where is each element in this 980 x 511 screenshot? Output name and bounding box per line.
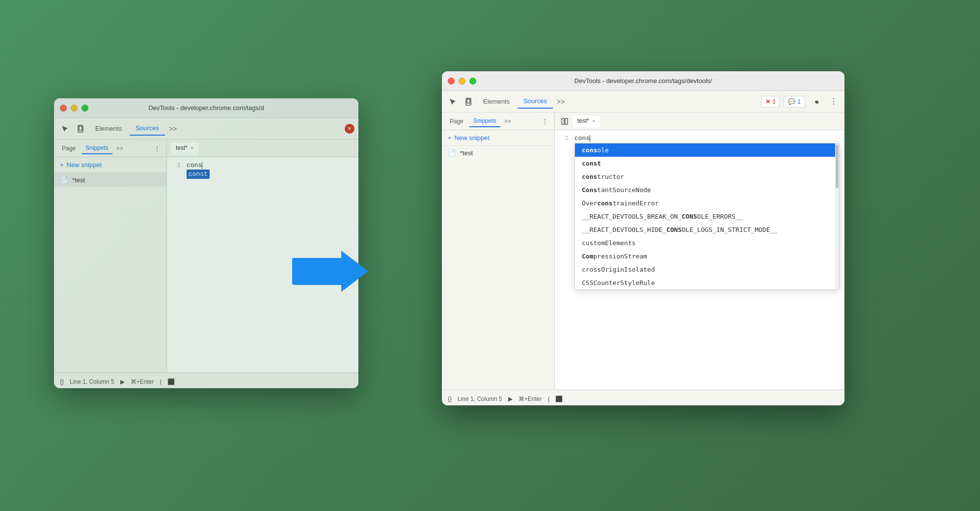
cursor-icon-back[interactable] bbox=[58, 122, 72, 136]
file-tab-test-front[interactable]: test* × bbox=[572, 115, 600, 127]
maximize-button-front[interactable] bbox=[469, 78, 476, 85]
traffic-lights-back bbox=[60, 105, 88, 112]
more-panel-tabs-front[interactable]: >> bbox=[502, 117, 513, 126]
line-number-1-back: 1 bbox=[167, 162, 187, 169]
autocomplete-item-csscounterstyle[interactable]: CSSCounterStyleRule bbox=[575, 276, 839, 289]
settings-icon-front[interactable] bbox=[809, 95, 823, 109]
ac-pre-Over: Over bbox=[582, 199, 597, 207]
page-tab-back[interactable]: Page bbox=[58, 143, 80, 154]
main-area-front: Page Snippets >> ⋮ + New snippet 📄 *test bbox=[442, 113, 844, 390]
ac-rest-trainedError: trainedError bbox=[613, 199, 659, 207]
new-snippet-plus-back: + bbox=[60, 161, 64, 169]
close-button-front[interactable] bbox=[448, 78, 455, 85]
file-tab-close-back[interactable]: × bbox=[191, 145, 193, 151]
toggle-icon-front[interactable] bbox=[559, 115, 571, 127]
arrow bbox=[292, 251, 368, 292]
ac-text-CSSCounterStyleRule: CSSCounterStyleRule bbox=[582, 279, 655, 286]
more-icon-front[interactable]: ⋮ bbox=[827, 95, 841, 109]
title-bar-front: DevTools - developer.chrome.com/tags/dev… bbox=[442, 71, 844, 91]
autocomplete-item-overconstrainederror[interactable]: OverconstrainedError bbox=[575, 197, 839, 210]
shortcut-front: ⌘+Enter bbox=[518, 396, 542, 402]
screenshot-icon-front[interactable]: ⬛ bbox=[555, 396, 563, 402]
file-tab-close-front[interactable]: × bbox=[592, 118, 595, 124]
snippet-item-test-back[interactable]: 📄 *test bbox=[54, 173, 166, 187]
maximize-button-back[interactable] bbox=[82, 105, 88, 112]
snippets-tab-back[interactable]: Snippets bbox=[82, 142, 112, 154]
elements-tab-front[interactable]: Elements bbox=[477, 95, 516, 108]
info-icon-front: 💬 bbox=[788, 98, 795, 105]
autocomplete-item-crossoriginisolated[interactable]: crossOriginIsolated bbox=[575, 263, 839, 276]
close-button-back[interactable] bbox=[60, 105, 67, 112]
info-badge-front[interactable]: 💬 1 bbox=[784, 96, 805, 108]
toolbar-right-front: ✕ 3 💬 1 ⋮ bbox=[761, 95, 841, 109]
new-snippet-btn-front[interactable]: + New snippet bbox=[442, 130, 554, 146]
device-icon-back[interactable] bbox=[74, 122, 87, 136]
editor-content-front[interactable]: 1 cons console const constructor bbox=[555, 130, 844, 390]
page-tab-front[interactable]: Page bbox=[446, 116, 467, 127]
autocomplete-item-react-console-logs[interactable]: __REACT_DEVTOOLS_HIDE_CONSOLE_LOGS_IN_ST… bbox=[575, 223, 839, 236]
snippet-item-test-front[interactable]: 📄 *test bbox=[442, 146, 554, 160]
sources-tab-front[interactable]: Sources bbox=[517, 94, 553, 109]
toolbar-back: Elements Sources >> × bbox=[54, 118, 358, 140]
panel-menu-back[interactable]: ⋮ bbox=[152, 143, 163, 153]
error-dot-back: × bbox=[345, 124, 354, 134]
autocomplete-dropdown[interactable]: console const constructor ConstantSource… bbox=[574, 143, 840, 290]
svg-rect-4 bbox=[562, 118, 564, 124]
line-number-1-front: 1 bbox=[555, 135, 574, 142]
editor-area-front: test* × 1 cons console const bbox=[555, 113, 844, 390]
line-content-back: cons bbox=[187, 162, 202, 169]
ac-rest-OLE_LOGS: OLE_LOGS_IN_STRICT_MODE__ bbox=[682, 226, 778, 233]
ac-rest-OLE_ERRORS: OLE_ERRORS__ bbox=[697, 213, 743, 220]
window-title-back: DevTools - developer.chrome.com/tags/d bbox=[148, 104, 264, 112]
ac-bold-cons: cons bbox=[582, 146, 597, 154]
error-badge-front[interactable]: ✕ 3 bbox=[761, 96, 780, 108]
snippets-tab-front[interactable]: Snippets bbox=[469, 115, 500, 127]
cursor-icon-front[interactable] bbox=[446, 95, 460, 109]
autocomplete-item-react-console-errors[interactable]: __REACT_DEVTOOLS_BREAK_ON_CONSOLE_ERRORS… bbox=[575, 210, 839, 223]
autocomplete-item-customelements[interactable]: customElements bbox=[575, 236, 839, 250]
svg-rect-3 bbox=[467, 99, 470, 103]
snippet-name-back: *test bbox=[72, 176, 85, 184]
sources-tab-back[interactable]: Sources bbox=[130, 121, 165, 136]
more-tabs-front[interactable]: >> bbox=[555, 96, 567, 108]
more-tabs-back[interactable]: >> bbox=[167, 123, 179, 135]
file-tab-name-back: test* bbox=[176, 144, 188, 151]
autocomplete-item-console[interactable]: console bbox=[575, 143, 839, 157]
autocomplete-const-back[interactable]: const bbox=[187, 170, 210, 179]
format-icon-back[interactable]: {} bbox=[60, 378, 64, 385]
position-back: Line 1, Column 5 bbox=[70, 378, 114, 385]
format-icon-front[interactable]: {} bbox=[448, 396, 452, 402]
more-panel-tabs-back[interactable]: >> bbox=[114, 144, 125, 153]
editor-line-1-back: 1 cons bbox=[167, 161, 358, 170]
ac-rest-tantSourceNode: tantSourceNode bbox=[597, 186, 651, 194]
status-bar-front: {} Line 1, Column 5 ▶ ⌘+Enter ( ⬛ bbox=[442, 390, 844, 405]
snippet-icon-front: 📄 bbox=[448, 149, 456, 157]
autocomplete-scrollbar[interactable] bbox=[835, 143, 839, 289]
new-snippet-btn-back[interactable]: + New snippet bbox=[54, 157, 166, 173]
position-front: Line 1, Column 5 bbox=[458, 396, 502, 402]
autocomplete-item-constructor[interactable]: constructor bbox=[575, 170, 839, 183]
snippet-icon-back: 📄 bbox=[60, 176, 68, 184]
left-panel-back: Page Snippets >> ⋮ + New snippet 📄 *test bbox=[54, 140, 167, 372]
panel-menu-front[interactable]: ⋮ bbox=[540, 116, 550, 126]
snippet-name-front: *test bbox=[460, 149, 473, 157]
minimize-button-front[interactable] bbox=[459, 78, 465, 85]
elements-tab-back[interactable]: Elements bbox=[89, 122, 128, 135]
ac-bold-Cons: Cons bbox=[582, 186, 597, 194]
status-bar-back: {} Line 1, Column 5 ▶ ⌘+Enter ( ⬛ bbox=[54, 372, 358, 388]
screenshot-icon-back[interactable]: ⬛ bbox=[167, 378, 175, 385]
snippet-list-back: 📄 *test bbox=[54, 173, 166, 372]
autocomplete-item-constantsourcenode[interactable]: ConstantSourceNode bbox=[575, 183, 839, 197]
device-icon-front[interactable] bbox=[462, 95, 475, 109]
autocomplete-item-const[interactable]: const bbox=[575, 157, 839, 170]
autocomplete-item-compressionstream[interactable]: CompressionStream bbox=[575, 250, 839, 263]
run-icon-back[interactable]: ▶ bbox=[120, 378, 125, 385]
ac-text-customElements: customElements bbox=[582, 239, 636, 247]
minimize-button-back[interactable] bbox=[71, 105, 78, 112]
ac-rest-pressionStream: pressionStream bbox=[593, 253, 647, 260]
run-icon-front[interactable]: ▶ bbox=[508, 396, 513, 402]
window-title-front: DevTools - developer.chrome.com/tags/dev… bbox=[574, 77, 712, 85]
file-tab-test-back[interactable]: test* × bbox=[171, 142, 198, 154]
new-snippet-plus-front: + bbox=[448, 134, 452, 142]
panel-tabs-back: Page Snippets >> ⋮ bbox=[54, 140, 166, 157]
